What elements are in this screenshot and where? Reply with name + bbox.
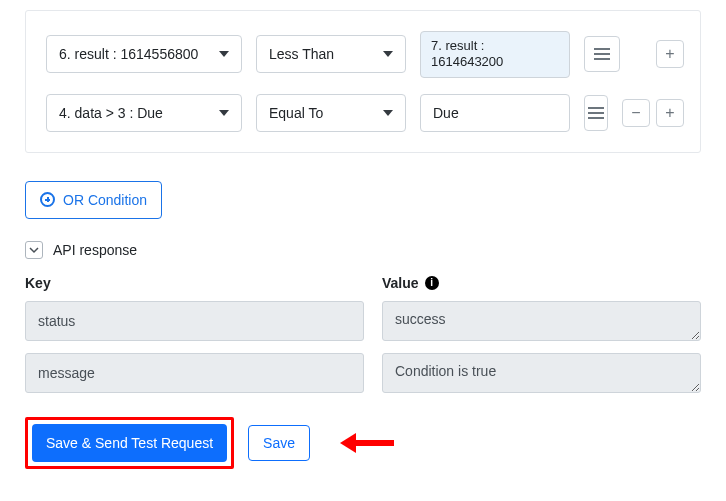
condition-right-token[interactable]: 7. result : 1614643200 [420,31,570,78]
condition-operator-dropdown[interactable]: Equal To [256,94,406,132]
annotation-arrow-icon [340,433,394,453]
kv-row [25,353,701,393]
caret-down-icon [219,110,229,116]
kv-key-input[interactable] [25,301,364,341]
kv-key-input[interactable] [25,353,364,393]
condition-left-dropdown[interactable]: 4. data > 3 : Due [46,94,242,132]
plus-circle-icon [40,192,55,207]
drag-handle-icon[interactable] [584,95,608,131]
kv-row [25,301,701,341]
add-condition-button[interactable]: + [656,99,684,127]
condition-operator-dropdown[interactable]: Less Than [256,35,406,73]
value-header: Value i [382,275,439,291]
kv-value-input[interactable] [382,301,701,341]
condition-row: 6. result : 1614556800 Less Than 7. resu… [46,31,684,78]
add-condition-button[interactable]: + [656,40,684,68]
info-icon[interactable]: i [425,276,439,290]
highlight-box: Save & Send Test Request [25,417,234,469]
save-button[interactable]: Save [248,425,310,461]
condition-right-input[interactable] [420,94,570,132]
condition-left-dropdown[interactable]: 6. result : 1614556800 [46,35,242,73]
kv-value-input[interactable] [382,353,701,393]
caret-down-icon [383,51,393,57]
kv-header: Key Value i [25,275,701,291]
chevron-down-icon [29,245,39,255]
condition-left-label: 6. result : 1614556800 [59,46,198,62]
or-condition-label: OR Condition [63,192,147,208]
conditions-container: 6. result : 1614556800 Less Than 7. resu… [25,10,701,153]
save-send-test-button[interactable]: Save & Send Test Request [32,424,227,462]
condition-left-label: 4. data > 3 : Due [59,105,163,121]
remove-condition-button[interactable]: − [622,99,650,127]
collapse-toggle[interactable] [25,241,43,259]
actions-bar: Save & Send Test Request Save [25,417,701,469]
api-response-toggle: API response [25,241,701,259]
condition-operator-label: Less Than [269,46,334,62]
caret-down-icon [219,51,229,57]
condition-operator-label: Equal To [269,105,323,121]
drag-handle-icon[interactable] [584,36,620,72]
api-response-label: API response [53,242,137,258]
key-header: Key [25,275,382,291]
value-header-text: Value [382,275,419,291]
caret-down-icon [383,110,393,116]
condition-row: 4. data > 3 : Due Equal To − + [46,94,684,132]
or-condition-button[interactable]: OR Condition [25,181,162,219]
